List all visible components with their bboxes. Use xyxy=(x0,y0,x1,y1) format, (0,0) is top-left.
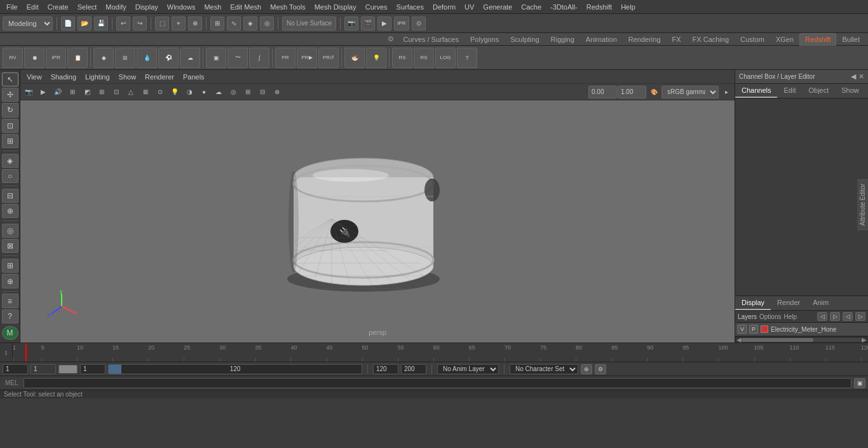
lasso-btn[interactable]: ⌖ xyxy=(172,17,186,31)
menu-deform[interactable]: Deform xyxy=(429,2,459,12)
shelf-icon-rs2[interactable]: RS xyxy=(414,48,434,68)
menu-redshift[interactable]: Redshift xyxy=(583,2,616,12)
shelf-tab-polygons[interactable]: Polygons xyxy=(465,33,505,46)
shelf-icon-lamp[interactable]: 💡 xyxy=(366,48,386,68)
select-btn[interactable]: ⬚ xyxy=(155,17,169,31)
rp-tab-edit[interactable]: Edit xyxy=(777,84,802,98)
no-anim-layer-dropdown[interactable]: No Anim Layer xyxy=(437,364,499,374)
vp-smooth-btn[interactable]: ⊙ xyxy=(153,86,167,98)
shelf-icon-log[interactable]: 📋 xyxy=(67,48,88,68)
paint-btn[interactable]: ⊕ xyxy=(188,17,202,31)
shelf-tab-rigging[interactable]: Rigging xyxy=(545,33,580,46)
vp-sound-btn[interactable]: 🔊 xyxy=(51,86,65,98)
shelf-tab-rendering[interactable]: Rendering xyxy=(623,33,667,46)
vp-ao-btn[interactable]: ● xyxy=(197,86,211,98)
add-btn[interactable]: ⊕ xyxy=(2,274,18,288)
vp-gamma-select[interactable]: sRGB gamma Linear xyxy=(661,86,719,98)
vp-play-btn[interactable]: ▶ xyxy=(36,86,50,98)
vp-poly-btn[interactable]: △ xyxy=(124,86,138,98)
shelf-icon-rv[interactable]: RV xyxy=(3,48,23,68)
frame-current-field[interactable] xyxy=(31,364,56,374)
rotate-tool-btn[interactable]: ↻ xyxy=(2,103,18,117)
char-set-btn2[interactable]: ⚙ xyxy=(595,364,606,374)
shelf-icon-rec[interactable]: ⏺ xyxy=(24,48,44,68)
ly-tab-render[interactable]: Render xyxy=(771,296,806,310)
attribute-editor-tab[interactable]: Attribute Editor xyxy=(857,179,868,230)
layer-btn[interactable]: ≡ xyxy=(2,294,18,308)
new-scene-btn[interactable]: 📄 xyxy=(61,17,75,31)
paint-sel-btn[interactable]: ⊕ xyxy=(2,204,18,218)
shelf-icon-bowl[interactable]: 🍜 xyxy=(344,48,365,68)
ly-tab-anim[interactable]: Anim xyxy=(806,296,835,310)
char-set-btn1[interactable]: ⊕ xyxy=(581,364,592,374)
snap-grid-btn[interactable]: ⊞ xyxy=(210,17,224,31)
rp-expand-icon[interactable]: ▸ xyxy=(865,84,868,98)
layer-del-btn[interactable]: ▷ xyxy=(830,312,840,321)
layer-scrollbar[interactable]: ◀ ▶ xyxy=(735,336,868,343)
mel-input[interactable] xyxy=(24,378,851,388)
shelf-tab-redshift[interactable]: Redshift xyxy=(799,33,836,46)
show-manip-btn[interactable]: ⊠ xyxy=(2,239,18,253)
menu-help[interactable]: Help xyxy=(617,2,639,12)
layer-color[interactable] xyxy=(761,325,768,333)
menu-meshtools[interactable]: Mesh Tools xyxy=(266,2,309,12)
shelf-icon-log2[interactable]: LOG xyxy=(435,48,456,68)
frame-end-field[interactable] xyxy=(80,364,105,374)
show-menu[interactable]: Show xyxy=(115,72,140,82)
rp-collapse-btn[interactable]: ◀ xyxy=(851,72,856,81)
vp-grid2-btn[interactable]: ⊞ xyxy=(241,86,255,98)
shelf-tab-curves-surfaces[interactable]: Curves / Surfaces xyxy=(398,33,465,46)
move-tool-btn[interactable]: ✢ xyxy=(2,88,18,102)
shelf-icon-pr2[interactable]: PR▶ xyxy=(297,48,317,68)
menu-uv[interactable]: UV xyxy=(461,2,478,12)
shelf-icon-drop[interactable]: 💧 xyxy=(137,48,157,68)
shelf-icon-cube[interactable]: ▣ xyxy=(206,48,226,68)
maya-icon[interactable]: M xyxy=(2,326,18,340)
shelf-icon-help[interactable]: ? xyxy=(457,48,477,68)
snap-surface-btn[interactable]: ◎ xyxy=(260,17,274,31)
vp-view-btn[interactable]: ◩ xyxy=(80,86,94,98)
shelf-icon-curve[interactable]: ∫ xyxy=(249,48,269,68)
mode-selector[interactable]: Modeling Rigging Animation xyxy=(3,17,53,31)
layer-p-btn[interactable]: P xyxy=(749,325,758,334)
menu-generate[interactable]: Generate xyxy=(479,2,516,12)
menu-3dtoall[interactable]: -3DtoAll- xyxy=(546,2,581,12)
rp-tab-channels[interactable]: Channels xyxy=(735,84,777,98)
shelf-icon-rs1[interactable]: RS xyxy=(392,48,412,68)
shader-ball-btn[interactable]: ⊙ xyxy=(412,17,426,31)
vp-scale-field[interactable] xyxy=(618,86,646,98)
shelf-tab-xgen[interactable]: XGen xyxy=(770,33,799,46)
layer-options-btn[interactable]: ◁ xyxy=(843,312,853,321)
menu-editmesh[interactable]: Edit Mesh xyxy=(226,2,265,12)
undo-btn[interactable]: ↩ xyxy=(116,17,130,31)
snap-tool-btn[interactable]: ◈ xyxy=(2,154,18,168)
camera-btn[interactable]: 📷 xyxy=(344,17,358,31)
shelf-tab-bullet[interactable]: Bullet xyxy=(836,33,865,46)
scroll-thumb[interactable] xyxy=(742,338,813,342)
menu-windows[interactable]: Windows xyxy=(163,2,200,12)
help-btn[interactable]: ? xyxy=(2,309,18,323)
anim-slider[interactable]: 120 xyxy=(108,364,362,374)
save-btn[interactable]: 💾 xyxy=(94,17,108,31)
soft-sel-btn[interactable]: ◎ xyxy=(2,224,18,238)
shelf-icon-cloud[interactable]: ☁ xyxy=(180,48,200,68)
vp-rotate-field[interactable] xyxy=(588,86,617,98)
renderview-btn[interactable]: ▶ xyxy=(377,17,391,31)
menu-mesh[interactable]: Mesh xyxy=(200,2,225,12)
vp-grid-btn[interactable]: ⊞ xyxy=(65,86,79,98)
layer-more-btn[interactable]: ▷ xyxy=(855,312,865,321)
vp-wire-btn[interactable]: ⊠ xyxy=(139,86,153,98)
rp-tab-show[interactable]: Show xyxy=(835,84,865,98)
menu-cache[interactable]: Cache xyxy=(517,2,545,12)
mel-exec-btn[interactable]: ▣ xyxy=(854,378,865,388)
menu-surfaces[interactable]: Surfaces xyxy=(393,2,428,12)
help-label[interactable]: Help xyxy=(783,313,797,320)
rp-close-btn[interactable]: ✕ xyxy=(858,72,864,81)
ly-tab-display[interactable]: Display xyxy=(735,296,771,310)
shelf-tab-fx-caching[interactable]: FX Caching xyxy=(687,33,735,46)
menu-meshdisplay[interactable]: Mesh Display xyxy=(311,2,360,12)
open-btn[interactable]: 📂 xyxy=(78,17,92,31)
shelf-tab-animation[interactable]: Animation xyxy=(580,33,623,46)
frame-start-field[interactable] xyxy=(3,364,28,374)
shelf-icon-diamond[interactable]: ◆ xyxy=(93,48,114,68)
